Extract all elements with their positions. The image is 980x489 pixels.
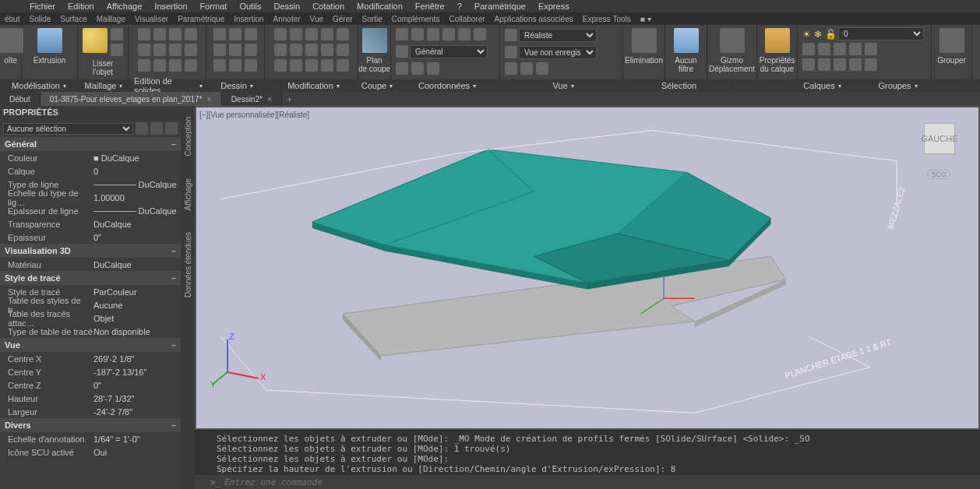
view-icon[interactable] [520,62,533,75]
menu-bar[interactable]: FichierEditionAffichageInsertionFormatOu… [0,0,980,12]
rail-tab[interactable]: Affichage [184,174,192,216]
layer-icon[interactable] [802,43,815,55]
draw-icon[interactable] [245,28,257,40]
edit-icon[interactable] [185,28,197,40]
property-section-header[interactable]: Général [0,137,181,151]
selection-dropdown[interactable]: Aucune sélection [3,123,133,135]
visual-style-icon[interactable] [505,29,517,41]
draw-icon[interactable] [213,28,226,40]
property-value[interactable]: Aucune [93,301,181,310]
property-row[interactable]: Echelle d'annotation1/64" = 1'-0" [0,432,181,445]
model-viewport[interactable]: [−][Vue personnalisée][Réaliste] GAUCHE … [195,106,980,430]
palette-rail[interactable]: ConceptionAffichageDonnées étendues [181,106,195,489]
mod-icon[interactable] [274,44,287,56]
coord-icon[interactable] [458,28,471,40]
menu-item[interactable]: Format [194,2,234,11]
edit-icon[interactable] [138,28,150,40]
property-section-header[interactable]: Vue [0,338,181,352]
mod-icon[interactable] [337,59,349,72]
ucs-name-dropdown[interactable]: Général [410,45,488,58]
select-objects-icon[interactable] [165,122,178,135]
property-value[interactable]: Objet [93,314,181,323]
ribbon-panel-title[interactable]: Coordonnées▾ [393,79,502,92]
property-value[interactable]: 1/64" = 1'-0" [93,434,181,444]
menu-item[interactable]: Outils [233,2,267,11]
property-row[interactable]: MatériauDuCalque [0,258,181,271]
property-value[interactable]: Oui [93,448,181,457]
coord-icon[interactable] [442,28,455,40]
layer-icon[interactable] [849,43,862,55]
ribbon-panel-title[interactable] [733,79,763,92]
property-section-header[interactable]: Visualisation 3D [0,244,181,258]
menu-item[interactable]: Edition [62,2,100,11]
menu-item[interactable]: Dessin [268,2,307,11]
mod-icon[interactable] [321,59,333,72]
property-row[interactable]: Icône SCU activéOui [0,445,181,459]
document-tabs[interactable]: Début01-3875-Pour eleves_etages en plan_… [0,92,980,106]
section-plane-icon[interactable] [362,28,387,53]
ribbon-tab[interactable]: Insertion [229,15,268,23]
ribbon-panel-title[interactable]: Sélection [626,79,733,92]
menu-item[interactable]: Insertion [148,2,193,11]
document-tab[interactable]: 01-3875-Pour eleves_etages en plan_2017*… [41,92,222,106]
draw-icon[interactable] [245,44,257,56]
mod-icon[interactable] [321,28,333,40]
ribbon-tab[interactable]: Applications associées [490,15,578,23]
ribbon-panel-title[interactable]: Modélisation▾ [0,79,79,92]
property-row[interactable]: Couleur■ DuCalque [0,151,181,164]
mod-icon[interactable] [337,44,349,56]
mod-icon[interactable] [337,28,349,40]
coord-icon[interactable] [427,62,439,75]
layer-icon[interactable] [849,58,862,71]
draw-icon[interactable] [245,59,257,72]
property-row[interactable]: Centre Z0" [0,378,181,392]
property-value[interactable]: 1.00000 [93,193,181,202]
property-row[interactable]: Table des tracés attac…Objet [0,311,181,325]
property-value[interactable]: 269'-2 1/8" [93,354,181,364]
property-value[interactable]: ParCouleur [93,287,181,297]
draw-icon[interactable] [229,28,241,40]
ribbon-tab[interactable]: Sortie [358,15,387,23]
property-row[interactable]: Hauteur28'-7 1/32" [0,392,181,405]
menu-item[interactable]: Paramétrique [468,2,532,11]
property-row[interactable]: TransparenceDuCalque [0,217,181,230]
edit-icon[interactable] [138,59,150,72]
ribbon-tab[interactable]: Collaborer [444,15,489,23]
visual-style-dropdown[interactable]: Réaliste [519,29,597,42]
edit-icon[interactable] [138,44,150,56]
gizmo-icon[interactable] [720,28,745,53]
layer-icon[interactable] [865,43,877,55]
loft-icon[interactable] [83,28,108,53]
ribbon-panel-title[interactable]: Calques▾ [763,79,883,92]
ribbon-tab[interactable]: ébut [0,15,24,23]
edit-icon[interactable] [185,44,197,56]
layer-icon[interactable] [818,43,830,55]
edit-icon[interactable] [169,59,182,72]
draw-icon[interactable] [213,59,226,72]
rail-tab[interactable]: Conception [184,112,192,161]
mod-icon[interactable] [290,59,302,72]
ribbon-tab[interactable]: ■ ▾ [636,15,656,23]
ribbon-panel-title[interactable]: Edition de solides▾ [129,79,208,92]
ribbon-panel-title[interactable]: Modification▾ [266,79,361,92]
property-value[interactable]: 28'-7 1/32" [93,394,181,403]
edit-icon[interactable] [153,28,166,40]
rail-tab[interactable]: Données étendues [184,227,192,302]
edit-icon[interactable] [153,59,166,72]
mod-icon[interactable] [290,44,302,56]
ribbon-tabs[interactable]: ébutSolideSurfaceMaillageVisualiserParam… [0,12,980,25]
group-icon[interactable] [939,28,964,53]
ribbon-tab[interactable]: Gérer [328,15,358,23]
coord-icon[interactable] [396,62,408,75]
mod-icon[interactable] [321,44,333,56]
mod-icon[interactable] [290,28,302,40]
command-input[interactable] [224,477,980,487]
layer-icon[interactable] [818,58,830,71]
command-line[interactable]: Sélectionnez les objets à extruder ou [M… [195,430,980,489]
box-icon[interactable] [0,28,23,53]
property-value[interactable]: -187'-2 13/16" [93,368,181,377]
ribbon-panel-title[interactable]: Vue▾ [502,79,626,92]
ribbon-tab[interactable]: Express Tools [578,15,636,23]
document-tab[interactable]: Début [0,92,41,106]
menu-item[interactable]: Fenêtre [409,2,451,11]
